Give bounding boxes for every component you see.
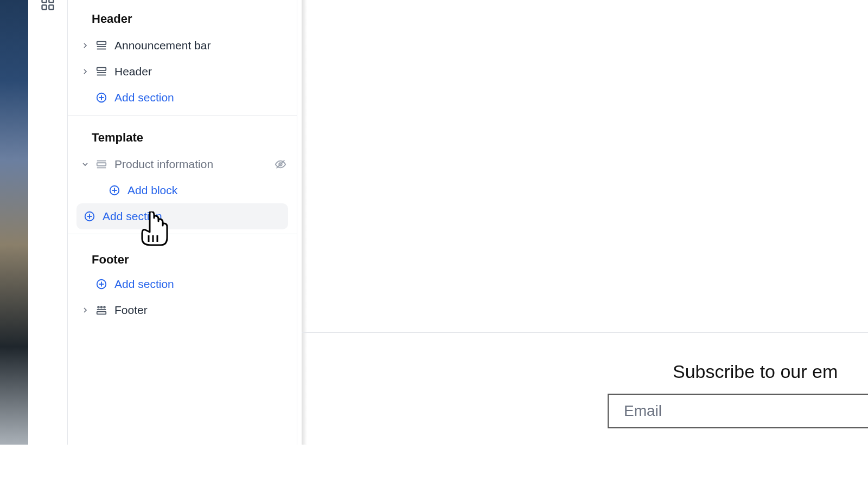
- email-input[interactable]: Email: [608, 394, 868, 428]
- bottom-gap: [0, 445, 868, 488]
- chevron-right-icon: [79, 41, 92, 50]
- product-section-icon: [94, 158, 109, 170]
- chevron-right-icon: [79, 306, 92, 314]
- nav-rail: [28, 0, 67, 445]
- sections-icon[interactable]: [40, 0, 55, 11]
- section-row-product-information[interactable]: Product information: [68, 151, 297, 177]
- svg-rect-4: [97, 42, 106, 45]
- footer-icon: [94, 304, 109, 316]
- add-section-footer-button[interactable]: Add section: [68, 271, 297, 297]
- divider: [68, 234, 297, 234]
- plus-circle-icon: [107, 184, 122, 196]
- section-label: Announcement bar: [114, 39, 210, 52]
- email-placeholder: Email: [624, 402, 662, 420]
- section-row-header[interactable]: Header: [68, 59, 297, 85]
- svg-rect-3: [49, 5, 53, 9]
- header-icon: [94, 66, 109, 78]
- svg-point-29: [104, 306, 105, 308]
- svg-point-27: [98, 306, 99, 308]
- add-section-label: Add section: [114, 91, 174, 104]
- group-title-footer: Footer: [68, 253, 297, 267]
- chevron-down-icon: [79, 160, 92, 169]
- svg-rect-14: [97, 163, 106, 166]
- add-section-label: Add section: [114, 278, 174, 291]
- svg-rect-2: [42, 5, 47, 9]
- add-section-template-button[interactable]: Add section: [76, 203, 288, 229]
- divider: [68, 115, 297, 115]
- section-row-announcement-bar[interactable]: Announcement bar: [68, 33, 297, 59]
- plus-circle-icon: [94, 278, 109, 290]
- preview-footer-area: Subscribe to our em Email: [302, 332, 868, 361]
- section-label: Header: [114, 65, 152, 78]
- announcement-bar-icon: [94, 40, 109, 52]
- group-title-template: Template: [68, 131, 297, 145]
- plus-circle-icon: [94, 92, 109, 104]
- sidebar-panel: Header Announcement bar Header A: [67, 0, 297, 445]
- desktop-background-sliver: [0, 0, 28, 445]
- add-section-label: Add section: [103, 210, 162, 223]
- svg-rect-31: [97, 312, 106, 314]
- svg-point-28: [101, 306, 103, 308]
- svg-rect-1: [49, 0, 53, 3]
- section-label: Footer: [114, 304, 148, 317]
- group-title-header: Header: [68, 12, 297, 26]
- svg-rect-7: [97, 68, 106, 71]
- svg-rect-0: [42, 0, 47, 3]
- panel-shadow: [302, 0, 307, 445]
- section-row-footer[interactable]: Footer: [68, 297, 297, 323]
- plus-circle-icon: [82, 210, 97, 222]
- add-section-header-button[interactable]: Add section: [68, 85, 297, 111]
- chevron-right-icon: [79, 67, 92, 76]
- add-block-button[interactable]: Add block: [68, 177, 297, 203]
- hidden-eye-icon[interactable]: [273, 158, 288, 170]
- subscribe-heading: Subscribe to our em: [673, 361, 838, 382]
- add-block-label: Add block: [127, 184, 177, 197]
- section-label: Product information: [114, 158, 213, 171]
